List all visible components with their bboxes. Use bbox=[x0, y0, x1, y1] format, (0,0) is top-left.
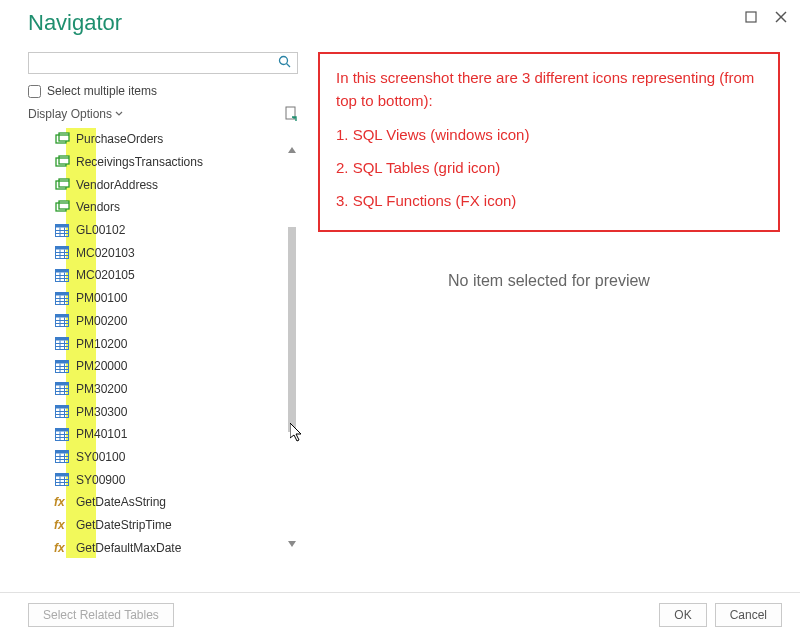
sql-function-icon: fx bbox=[54, 540, 70, 556]
svg-rect-19 bbox=[56, 224, 69, 227]
sql-view-icon bbox=[54, 154, 70, 170]
tree-item-label: PM30300 bbox=[76, 405, 127, 419]
sql-table-icon bbox=[54, 245, 70, 261]
object-tree: PurchaseOrdersReceivingsTransactionsVend… bbox=[28, 128, 298, 558]
tree-item[interactable]: PM10200 bbox=[48, 332, 298, 355]
ok-button[interactable]: OK bbox=[659, 603, 706, 627]
svg-rect-13 bbox=[59, 179, 69, 187]
sql-table-icon bbox=[54, 358, 70, 374]
close-button[interactable] bbox=[770, 6, 792, 28]
select-related-tables-button[interactable]: Select Related Tables bbox=[28, 603, 174, 627]
tree-item[interactable]: PM40101 bbox=[48, 423, 298, 446]
tree-item[interactable]: fxGetDateStripTime bbox=[48, 514, 298, 537]
svg-rect-10 bbox=[59, 156, 69, 164]
page-title: Navigator bbox=[0, 0, 800, 36]
tree-item-label: PM20000 bbox=[76, 359, 127, 373]
svg-rect-55 bbox=[56, 360, 69, 363]
svg-rect-16 bbox=[59, 201, 69, 209]
navigator-panel: Select multiple items Display Options Pu… bbox=[28, 52, 304, 558]
scroll-up-arrow[interactable] bbox=[286, 144, 298, 156]
sql-view-icon bbox=[54, 199, 70, 215]
annotation-callout: In this screenshot there are 3 different… bbox=[318, 52, 780, 232]
tree-item-label: GL00102 bbox=[76, 223, 125, 237]
scroll-down-arrow[interactable] bbox=[286, 538, 298, 550]
sql-function-icon: fx bbox=[54, 517, 70, 533]
tree-item[interactable]: PM00200 bbox=[48, 310, 298, 333]
svg-text:fx: fx bbox=[54, 518, 66, 532]
select-multiple-checkbox[interactable] bbox=[28, 85, 41, 98]
tree-item-label: Vendors bbox=[76, 200, 120, 214]
svg-rect-37 bbox=[56, 292, 69, 295]
tree-item[interactable]: fxGetDefaultMaxDate bbox=[48, 536, 298, 558]
tree-item[interactable]: fxGetDateAsString bbox=[48, 491, 298, 514]
tree-item-label: GetDefaultMaxDate bbox=[76, 541, 181, 555]
maximize-button[interactable] bbox=[740, 6, 762, 28]
cancel-button[interactable]: Cancel bbox=[715, 603, 782, 627]
svg-text:fx: fx bbox=[54, 541, 66, 555]
preview-placeholder: No item selected for preview bbox=[318, 272, 780, 290]
tree-item-label: PurchaseOrders bbox=[76, 132, 163, 146]
sql-view-icon bbox=[54, 131, 70, 147]
tree-item-label: SY00900 bbox=[76, 473, 125, 487]
tree-item[interactable]: PM00100 bbox=[48, 287, 298, 310]
sql-table-icon bbox=[54, 313, 70, 329]
tree-item-label: ReceivingsTransactions bbox=[76, 155, 203, 169]
scrollbar[interactable] bbox=[286, 132, 298, 554]
sql-table-icon bbox=[54, 222, 70, 238]
tree-item[interactable]: PurchaseOrders bbox=[48, 128, 298, 151]
chevron-down-icon bbox=[115, 110, 123, 118]
sql-table-icon bbox=[54, 472, 70, 488]
tree-item[interactable]: MC020105 bbox=[48, 264, 298, 287]
sql-function-icon: fx bbox=[54, 494, 70, 510]
svg-rect-49 bbox=[56, 338, 69, 341]
svg-rect-61 bbox=[56, 383, 69, 386]
tree-item-label: PM30200 bbox=[76, 382, 127, 396]
svg-rect-79 bbox=[56, 451, 69, 454]
tree-item-label: SY00100 bbox=[76, 450, 125, 464]
tree-item[interactable]: SY00900 bbox=[48, 468, 298, 491]
tree-item[interactable]: VendorAddress bbox=[48, 173, 298, 196]
sql-view-icon bbox=[54, 177, 70, 193]
tree-item-label: GetDateStripTime bbox=[76, 518, 172, 532]
tree-item-label: PM10200 bbox=[76, 337, 127, 351]
tree-item-label: PM40101 bbox=[76, 427, 127, 441]
tree-item-label: MC020103 bbox=[76, 246, 135, 260]
svg-rect-25 bbox=[56, 247, 69, 250]
tree-item[interactable]: PM30300 bbox=[48, 400, 298, 423]
svg-rect-0 bbox=[746, 12, 756, 22]
tree-item[interactable]: ReceivingsTransactions bbox=[48, 151, 298, 174]
svg-rect-7 bbox=[59, 133, 69, 141]
tree-item-label: MC020105 bbox=[76, 268, 135, 282]
sql-table-icon bbox=[54, 404, 70, 420]
svg-rect-73 bbox=[56, 428, 69, 431]
tree-item[interactable]: GL00102 bbox=[48, 219, 298, 242]
sql-table-icon bbox=[54, 290, 70, 306]
tree-item[interactable]: PM20000 bbox=[48, 355, 298, 378]
svg-text:fx: fx bbox=[54, 495, 66, 509]
tree-item-label: PM00200 bbox=[76, 314, 127, 328]
svg-rect-67 bbox=[56, 406, 69, 409]
tree-item[interactable]: MC020103 bbox=[48, 241, 298, 264]
tree-item[interactable]: PM30200 bbox=[48, 378, 298, 401]
svg-rect-43 bbox=[56, 315, 69, 318]
sql-table-icon bbox=[54, 336, 70, 352]
sql-table-icon bbox=[54, 267, 70, 283]
svg-rect-31 bbox=[56, 269, 69, 272]
sql-table-icon bbox=[54, 426, 70, 442]
display-options-dropdown[interactable]: Display Options bbox=[28, 107, 123, 121]
scroll-thumb[interactable] bbox=[288, 227, 296, 432]
tree-item-label: VendorAddress bbox=[76, 178, 158, 192]
tree-item-label: PM00100 bbox=[76, 291, 127, 305]
sql-table-icon bbox=[54, 381, 70, 397]
tree-item-label: GetDateAsString bbox=[76, 495, 166, 509]
search-input[interactable] bbox=[28, 52, 298, 74]
refresh-icon[interactable] bbox=[284, 106, 298, 122]
dialog-footer: Select Related Tables OK Cancel bbox=[0, 592, 800, 636]
sql-table-icon bbox=[54, 449, 70, 465]
svg-rect-85 bbox=[56, 474, 69, 477]
select-multiple-label: Select multiple items bbox=[47, 84, 157, 98]
tree-item[interactable]: SY00100 bbox=[48, 446, 298, 469]
tree-item[interactable]: Vendors bbox=[48, 196, 298, 219]
